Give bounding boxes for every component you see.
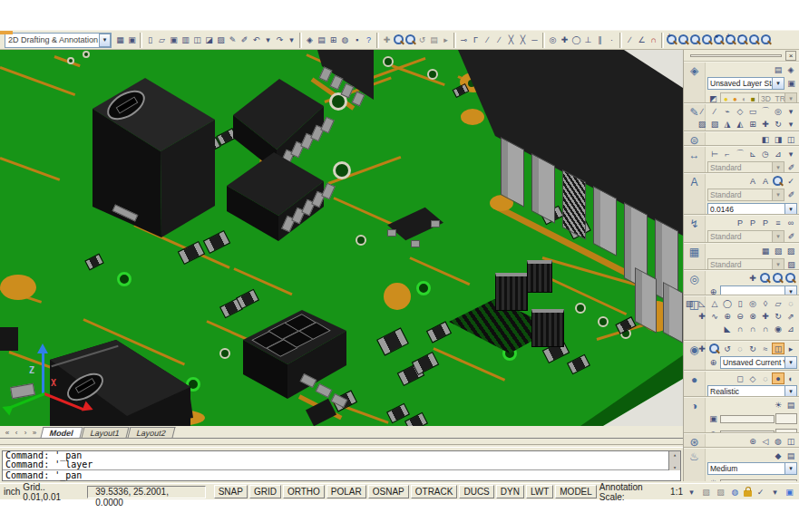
- torus-primitive-icon[interactable]: ◎: [746, 297, 759, 309]
- pcb-via[interactable]: [83, 51, 90, 58]
- text-style-dropdown[interactable]: Standard ▾: [707, 189, 784, 201]
- command-window[interactable]: Command: '_panCommand: '_layer ▴ ▾ Comma…: [2, 450, 681, 481]
- capacitor-smd[interactable]: [495, 273, 528, 311]
- model-viewport[interactable]: ZX: [0, 50, 683, 426]
- pcb-via[interactable]: [427, 69, 438, 80]
- zoom-icon[interactable]: [708, 343, 721, 354]
- power-module-pin[interactable]: [562, 169, 586, 240]
- sweep-icon[interactable]: ∿: [708, 310, 721, 322]
- layer-properties-icon[interactable]: ◩: [707, 92, 719, 103]
- render-environment-icon[interactable]: ◆: [772, 450, 784, 461]
- power-module-pin[interactable]: [531, 153, 555, 224]
- power-module-pin[interactable]: [663, 282, 683, 343]
- rectangle-icon[interactable]: ▭: [746, 105, 759, 117]
- layer-freeze-icon[interactable]: ●: [731, 93, 739, 103]
- pan-icon[interactable]: ✚: [746, 272, 759, 284]
- zoom-out-icon[interactable]: −: [736, 34, 748, 46]
- block-icon[interactable]: ⊞: [746, 118, 759, 130]
- pcb-pad[interactable]: [384, 283, 411, 310]
- text-height-dropdown[interactable]: 0.0146 ▾: [707, 203, 797, 215]
- union-icon[interactable]: ⊕: [721, 310, 734, 322]
- table-icon[interactable]: ▦: [759, 245, 772, 256]
- move-icon[interactable]: ✚: [759, 118, 772, 130]
- ic-lead[interactable]: [319, 67, 333, 82]
- toggle-lwt[interactable]: LWT: [526, 485, 553, 498]
- smd-component[interactable]: [376, 327, 409, 355]
- linear-dimension-icon[interactable]: ⊢: [708, 148, 721, 160]
- parallel-icon[interactable]: ∥: [594, 33, 606, 47]
- spellcheck-icon[interactable]: ✓: [784, 175, 797, 187]
- new-file-icon[interactable]: ▯: [144, 33, 156, 47]
- helix-icon[interactable]: ◉: [772, 323, 784, 334]
- ordinate-dimension-icon[interactable]: ◷: [759, 148, 772, 160]
- open-file-icon[interactable]: ▱: [156, 33, 168, 47]
- interference-icon[interactable]: ∩: [759, 323, 772, 334]
- remove-leader-icon[interactable]: P: [759, 217, 772, 228]
- 2d-wireframe-icon[interactable]: ◻: [734, 372, 746, 384]
- zoom-window-icon[interactable]: [772, 272, 784, 284]
- smd-component[interactable]: [84, 254, 103, 271]
- multileader-style-dropdown[interactable]: Standard ▾: [707, 230, 784, 243]
- tray-settings-arrow-icon[interactable]: ▾: [769, 485, 781, 499]
- box-mapping-icon[interactable]: ◫: [784, 435, 797, 447]
- expand-icon[interactable]: ⊕: [707, 355, 719, 370]
- align-leaders-icon[interactable]: ≡: [772, 217, 784, 228]
- toggle-polar[interactable]: POLAR: [326, 485, 366, 498]
- ic-lead[interactable]: [330, 75, 344, 91]
- single-line-text-icon[interactable]: A: [759, 175, 772, 187]
- table-export-icon[interactable]: ▧: [772, 245, 784, 256]
- coordinates-readout[interactable]: 39.5336, 25.2001, 0.0000: [87, 486, 205, 498]
- toggle-dyn[interactable]: DYN: [496, 485, 524, 498]
- advanced-render-settings-icon[interactable]: ▤: [784, 450, 797, 461]
- arc-icon[interactable]: ∩: [648, 33, 659, 47]
- clean-screen-icon[interactable]: ▣: [784, 485, 795, 499]
- hatch-icon[interactable]: ▨: [696, 118, 708, 130]
- zoom-all-icon[interactable]: [748, 34, 760, 46]
- navigate-dropdown[interactable]: ▾: [720, 285, 797, 295]
- zoom-dynamic-icon[interactable]: [677, 34, 689, 46]
- tab-model[interactable]: Model: [41, 427, 83, 438]
- show-motion-icon[interactable]: ▸: [440, 33, 452, 47]
- realistic-style-icon[interactable]: ●: [772, 372, 784, 384]
- transistor-lead[interactable]: [431, 220, 440, 227]
- move-icon[interactable]: ✚: [559, 33, 570, 47]
- break-icon[interactable]: ╳: [505, 33, 517, 47]
- smd-component[interactable]: [236, 289, 259, 309]
- expand-icon[interactable]: ⊕: [707, 285, 719, 295]
- region-icon[interactable]: ◮: [721, 118, 734, 130]
- named-views-icon[interactable]: ▤: [428, 33, 440, 47]
- power-module-pin[interactable]: [501, 137, 524, 208]
- command-input[interactable]: Command: '_pan: [3, 470, 680, 480]
- plot-preview-icon[interactable]: ◫: [191, 33, 203, 47]
- annotation-scale-arrow-icon[interactable]: ▾: [686, 485, 697, 499]
- node-icon[interactable]: ·: [606, 33, 618, 47]
- layer-color-swatch[interactable]: ■: [749, 93, 757, 103]
- zoom-scale-icon[interactable]: [689, 34, 701, 46]
- annotation-autoadd-icon[interactable]: ▨: [715, 485, 726, 499]
- radius-dimension-icon[interactable]: ⊿: [772, 148, 784, 160]
- chevron-down-icon[interactable]: ▾: [773, 161, 784, 173]
- transistor-lead[interactable]: [387, 229, 396, 237]
- circle-icon[interactable]: ◎: [547, 33, 559, 47]
- perpendicular-icon[interactable]: ⊥: [582, 33, 594, 47]
- my-workspace-icon[interactable]: ▣: [126, 33, 138, 47]
- chevron-down-icon[interactable]: ▾: [773, 230, 784, 243]
- pyramid-primitive-icon[interactable]: ◊: [759, 297, 772, 309]
- polygon-icon[interactable]: ◇: [734, 105, 746, 117]
- gradient-icon[interactable]: ▧: [708, 118, 721, 130]
- zoom-window-icon[interactable]: +: [666, 34, 677, 46]
- socket-lead[interactable]: [316, 383, 333, 398]
- box-primitive-icon[interactable]: ▧: [684, 297, 696, 309]
- dwf-icon[interactable]: ▨: [215, 33, 227, 47]
- arc-icon[interactable]: ⌒: [759, 105, 772, 117]
- extract-edges-icon[interactable]: ⊿: [784, 323, 797, 334]
- redo-icon[interactable]: ↷: [274, 33, 286, 47]
- text-style-manager-icon[interactable]: ✐: [785, 188, 797, 202]
- xline-icon[interactable]: ∕: [493, 33, 505, 47]
- ellipse-icon[interactable]: ◯: [570, 33, 582, 47]
- subtract-icon[interactable]: ⊖: [734, 310, 746, 322]
- visual-style-dropdown[interactable]: Realistic ▾: [707, 385, 797, 397]
- trusted-dwg-icon[interactable]: ✓: [755, 485, 766, 499]
- layer-lock-icon[interactable]: ◐: [740, 93, 748, 103]
- power-module-pin[interactable]: [635, 267, 657, 334]
